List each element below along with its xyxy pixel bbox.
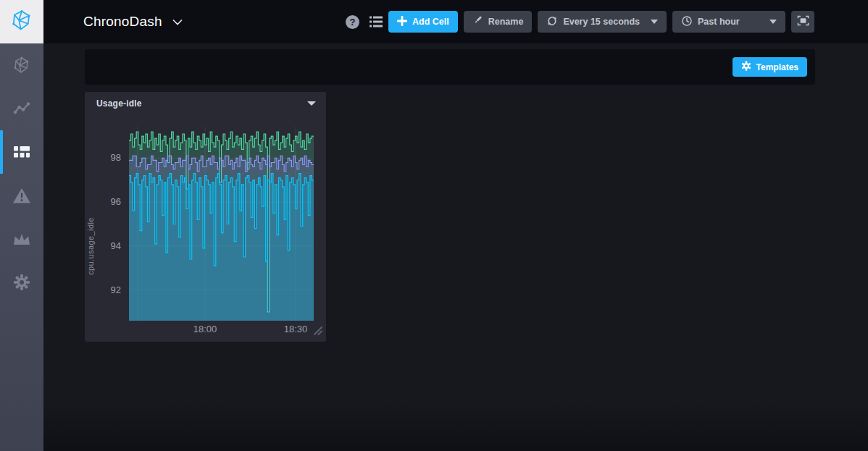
chronograf-status-icon bbox=[13, 56, 30, 74]
x-ticks: 18:0018:30 bbox=[129, 324, 314, 337]
caret-down-icon bbox=[651, 20, 658, 24]
cell-chart-region[interactable]: cpu.usage_idle 98969492 18:0018:30 bbox=[85, 115, 326, 342]
sidebar-item-alerting[interactable] bbox=[0, 174, 43, 217]
refresh-icon bbox=[546, 15, 558, 29]
autorefresh-label: Every 15 seconds bbox=[563, 17, 640, 27]
top-navbar: ChronoDash ? Add Cell bbox=[0, 0, 868, 43]
add-cell-label: Add Cell bbox=[412, 17, 449, 27]
templates-button[interactable]: Templates bbox=[733, 57, 807, 77]
plus-icon bbox=[397, 16, 407, 28]
graph-options-button[interactable] bbox=[370, 16, 383, 28]
list-icon bbox=[370, 16, 383, 28]
plot-area[interactable] bbox=[129, 127, 314, 321]
autorefresh-dropdown[interactable]: Every 15 seconds bbox=[538, 11, 667, 33]
y-tick-label: 92 bbox=[85, 284, 121, 297]
question-mark-icon: ? bbox=[350, 17, 356, 28]
caret-down-icon bbox=[769, 20, 777, 24]
rename-button[interactable]: Rename bbox=[464, 11, 533, 33]
sidebar-item-admin[interactable] bbox=[0, 217, 43, 261]
dashboard-title-dropdown[interactable]: ChronoDash bbox=[83, 14, 183, 30]
timerange-dropdown[interactable]: Past hour bbox=[672, 11, 785, 33]
y-tick-label: 96 bbox=[85, 195, 121, 208]
y-ticks: 98969492 bbox=[85, 127, 121, 321]
crown-icon bbox=[12, 232, 31, 245]
cell-resize-handle[interactable] bbox=[312, 325, 322, 338]
pencil-icon bbox=[472, 15, 483, 28]
alert-triangle-icon bbox=[12, 187, 31, 204]
sidebar-item-data-explorer[interactable] bbox=[0, 87, 43, 130]
sidebar-item-status[interactable] bbox=[0, 43, 43, 87]
chronograf-logo-icon bbox=[11, 9, 33, 34]
help-button[interactable]: ? bbox=[346, 15, 359, 29]
gear-icon bbox=[13, 274, 30, 291]
chevron-down-icon bbox=[172, 15, 183, 28]
dashboard-cell: Usage-idle cpu.usage_idle 98969492 18:00… bbox=[85, 92, 326, 342]
cell-chart-svg bbox=[129, 127, 314, 321]
dashboard-canvas: Templates Usage-idle cpu.usage_idle 9896… bbox=[43, 43, 868, 451]
dashboards-icon bbox=[13, 146, 30, 159]
fullscreen-icon bbox=[797, 15, 809, 28]
timerange-label: Past hour bbox=[698, 17, 740, 27]
templates-label: Templates bbox=[756, 62, 798, 72]
x-tick-label: 18:00 bbox=[187, 324, 223, 334]
resize-grip-icon bbox=[312, 325, 322, 335]
toolbar-actions: ? Add Cell bbox=[346, 11, 868, 33]
presentation-mode-button[interactable] bbox=[791, 11, 814, 33]
y-tick-label: 98 bbox=[85, 151, 121, 164]
sidebar-item-configuration[interactable] bbox=[0, 261, 43, 304]
cell-title: Usage-idle bbox=[96, 98, 142, 109]
x-tick-label: 18:30 bbox=[277, 324, 314, 334]
y-tick-label: 94 bbox=[85, 240, 121, 253]
chronograf-logo-block[interactable] bbox=[0, 0, 43, 43]
gear-icon bbox=[741, 61, 751, 73]
dashboard-title: ChronoDash bbox=[83, 14, 162, 30]
cell-header[interactable]: Usage-idle bbox=[85, 92, 326, 115]
sidebar-nav bbox=[0, 43, 43, 451]
rename-label: Rename bbox=[488, 17, 524, 27]
template-variables-bar: Templates bbox=[85, 49, 815, 85]
data-explorer-icon bbox=[13, 101, 30, 117]
cell-menu-caret-icon[interactable] bbox=[307, 101, 316, 106]
clock-icon bbox=[681, 15, 693, 29]
add-cell-button[interactable]: Add Cell bbox=[388, 11, 458, 33]
sidebar-item-dashboards[interactable] bbox=[0, 130, 43, 174]
